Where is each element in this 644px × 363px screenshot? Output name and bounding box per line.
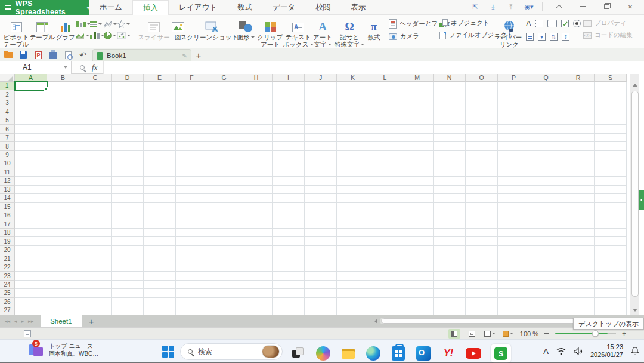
macro-record-icon[interactable]: [24, 330, 31, 337]
cell-Q12[interactable]: [530, 177, 562, 185]
notification-bell-icon[interactable]: [631, 347, 639, 355]
cell-A15[interactable]: [15, 203, 47, 211]
cell-M23[interactable]: [401, 272, 434, 280]
cell-K23[interactable]: [337, 272, 369, 280]
cell-J2[interactable]: [305, 90, 337, 99]
restore-button[interactable]: [599, 1, 614, 12]
row-header-5[interactable]: 5: [0, 116, 15, 125]
magnifier-button[interactable]: [80, 65, 85, 70]
cell-A2[interactable]: [15, 90, 47, 99]
cell-I20[interactable]: [273, 246, 305, 254]
cell-A6[interactable]: [15, 125, 47, 133]
cell-N24[interactable]: [434, 281, 466, 289]
cell-Q13[interactable]: [530, 186, 562, 194]
cell-H20[interactable]: [240, 246, 273, 254]
cell-O10[interactable]: [466, 159, 498, 168]
cell-Q10[interactable]: [530, 159, 562, 168]
cell-C25[interactable]: [79, 289, 112, 297]
cell-J20[interactable]: [305, 246, 337, 254]
cell-K1[interactable]: [337, 82, 369, 90]
cell-A18[interactable]: [15, 229, 47, 237]
cell-Q27[interactable]: [530, 306, 562, 315]
cell-G18[interactable]: [208, 229, 240, 237]
cell-O11[interactable]: [466, 168, 498, 177]
cell-S6[interactable]: [595, 125, 627, 133]
cell-A25[interactable]: [15, 289, 47, 297]
cell-P21[interactable]: [498, 254, 530, 263]
cell-F22[interactable]: [176, 263, 208, 272]
new-document-tab-button[interactable]: +: [191, 48, 206, 61]
close-button[interactable]: ✕: [623, 1, 638, 12]
cell-O24[interactable]: [466, 281, 498, 289]
cell-F21[interactable]: [176, 254, 208, 263]
cell-B6[interactable]: [47, 125, 79, 133]
cell-E22[interactable]: [144, 263, 176, 272]
zoom-level[interactable]: 100 %: [520, 330, 538, 337]
cell-H10[interactable]: [240, 159, 273, 168]
cell-P1[interactable]: [498, 82, 530, 90]
cell-A17[interactable]: [15, 220, 47, 229]
cell-S25[interactable]: [595, 289, 627, 297]
cell-J16[interactable]: [305, 211, 337, 220]
cell-K5[interactable]: [337, 116, 369, 125]
cell-R7[interactable]: [562, 134, 595, 142]
cell-P13[interactable]: [498, 186, 530, 194]
cell-R17[interactable]: [562, 220, 595, 229]
horizontal-scroll-thumb[interactable]: [381, 318, 578, 324]
cell-K10[interactable]: [337, 159, 369, 168]
cell-F20[interactable]: [176, 246, 208, 254]
cell-J17[interactable]: [305, 220, 337, 229]
cell-E18[interactable]: [144, 229, 176, 237]
export-pdf-button[interactable]: [32, 50, 45, 60]
cell-C13[interactable]: [79, 186, 112, 194]
cell-F27[interactable]: [176, 306, 208, 315]
cell-D7[interactable]: [112, 134, 144, 142]
cell-O25[interactable]: [466, 289, 498, 297]
column-header-H[interactable]: H: [240, 74, 273, 82]
zoom-out-icon[interactable]: [544, 333, 549, 334]
cell-P14[interactable]: [498, 194, 530, 202]
cell-E6[interactable]: [144, 125, 176, 133]
row-header-26[interactable]: 26: [0, 298, 15, 306]
cell-M19[interactable]: [401, 237, 434, 245]
pivot-table-button[interactable]: ピボットテーブル: [2, 17, 30, 48]
cell-K6[interactable]: [337, 125, 369, 133]
cell-I3[interactable]: [273, 99, 305, 107]
cell-N10[interactable]: [434, 159, 466, 168]
cell-D23[interactable]: [112, 272, 144, 280]
edge-button[interactable]: [366, 346, 381, 361]
cell-I9[interactable]: [273, 151, 305, 159]
cell-B27[interactable]: [47, 306, 79, 315]
cell-I17[interactable]: [273, 220, 305, 229]
cell-R23[interactable]: [562, 272, 595, 280]
cell-S12[interactable]: [595, 177, 627, 185]
cell-F2[interactable]: [176, 90, 208, 99]
chart-type-scatter-icon[interactable]: [117, 32, 131, 40]
cell-B2[interactable]: [47, 90, 79, 99]
cell-E21[interactable]: [144, 254, 176, 263]
cell-B18[interactable]: [47, 229, 79, 237]
cell-N18[interactable]: [434, 229, 466, 237]
cell-L26[interactable]: [369, 298, 401, 306]
cell-J14[interactable]: [305, 194, 337, 202]
cell-L19[interactable]: [369, 237, 401, 245]
cell-S7[interactable]: [595, 134, 627, 142]
cell-S18[interactable]: [595, 229, 627, 237]
cell-S8[interactable]: [595, 142, 627, 150]
cell-I10[interactable]: [273, 159, 305, 168]
row-header-12[interactable]: 12: [0, 177, 15, 185]
column-header-L[interactable]: L: [369, 74, 401, 82]
cell-M15[interactable]: [401, 203, 434, 211]
cell-B5[interactable]: [47, 116, 79, 125]
scroll-down-icon[interactable]: [633, 309, 637, 312]
cell-I12[interactable]: [273, 177, 305, 185]
column-header-M[interactable]: M: [401, 74, 434, 82]
cell-B9[interactable]: [47, 151, 79, 159]
cell-J18[interactable]: [305, 229, 337, 237]
form-spinner-icon[interactable]: ⇅: [550, 33, 558, 41]
cell-J1[interactable]: [305, 82, 337, 90]
row-header-15[interactable]: 15: [0, 203, 15, 211]
cell-R3[interactable]: [562, 99, 595, 107]
cell-H15[interactable]: [240, 203, 273, 211]
cell-O20[interactable]: [466, 246, 498, 254]
